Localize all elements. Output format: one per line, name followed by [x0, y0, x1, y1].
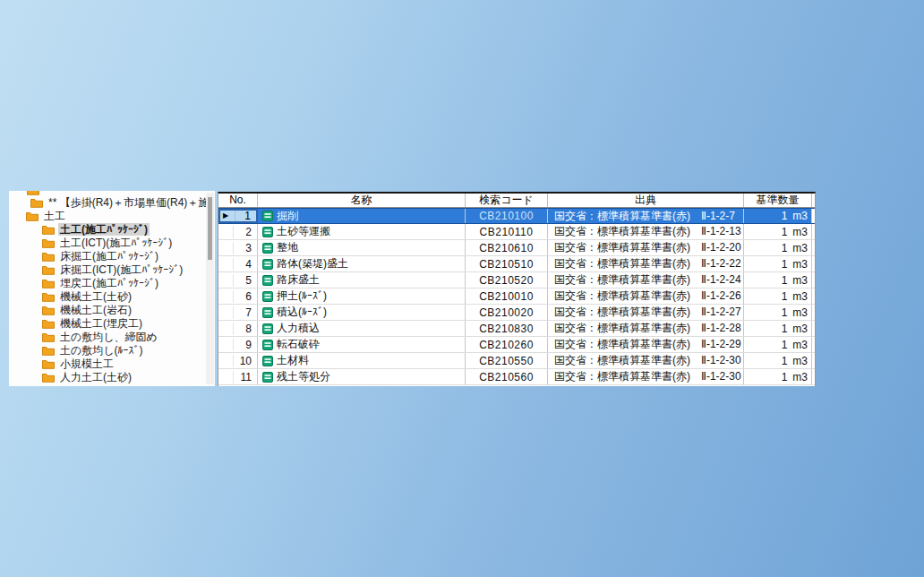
tree-item[interactable]: 機械土工(土砂)	[9, 289, 215, 303]
tree-item[interactable]: 床掘工(施工ﾊﾟｯｹｰｼﾞ)	[9, 249, 215, 263]
table-row[interactable]: ▶ 7 積込(ﾙｰｽﾞ) CB210020 国交省：標準積算基準書(赤) Ⅱ-1…	[218, 305, 815, 321]
source-cell[interactable]: 国交省：標準積算基準書(赤) Ⅱ-1-2-7	[548, 209, 744, 223]
row-number-cell[interactable]: ▶ 8	[218, 321, 258, 336]
source-cell[interactable]: 国交省：標準積算基準書(赤) Ⅱ-1-2-28	[548, 321, 744, 336]
tree-scrollbar[interactable]	[206, 193, 214, 384]
source-cell[interactable]: 国交省：標準積算基準書(赤) Ⅱ-1-2-20	[548, 240, 744, 255]
row-number: 10	[233, 355, 257, 367]
column-header-code[interactable]: 検索コード	[466, 194, 548, 207]
tree-item[interactable]: 埋戻工(施工ﾊﾟｯｹｰｼﾞ)	[9, 276, 215, 289]
table-row[interactable]: ▶ 9 転石破砕 CB210260 国交省：標準積算基準書(赤) Ⅱ-1-2-2…	[218, 337, 815, 353]
row-number: 8	[233, 323, 257, 335]
row-number-cell[interactable]: ▶ 3	[218, 240, 258, 255]
base-quantity-cell[interactable]: 1 m3	[744, 224, 812, 239]
table-row[interactable]: ▶ 11 残土等処分 CB210560 国交省：標準積算基準書(赤) Ⅱ-1-2…	[218, 369, 815, 385]
base-quantity-cell[interactable]: 1 m3	[744, 209, 812, 223]
base-quantity-cell[interactable]: 1 m3	[744, 337, 812, 352]
search-code-cell[interactable]: CB210560	[466, 369, 548, 384]
item-name-cell[interactable]: 土砂等運搬	[258, 224, 466, 239]
quantity-value: 1	[782, 339, 788, 351]
source-cell[interactable]: 国交省：標準積算基準書(赤) Ⅱ-1-2-13	[548, 224, 744, 239]
row-number-cell[interactable]: ▶ 4	[218, 256, 258, 271]
table-row[interactable]: ▶ 6 押土(ﾙｰｽﾞ) CB210010 国交省：標準積算基準書(赤) Ⅱ-1…	[218, 288, 815, 305]
tree-item[interactable]: 小規模土工	[9, 357, 215, 370]
search-code-cell[interactable]: CB210100	[466, 209, 548, 223]
item-name-cell[interactable]: 押土(ﾙｰｽﾞ)	[258, 288, 466, 304]
tree-item[interactable]: 床掘工(ICT)(施工ﾊﾟｯｹｰｼﾞ)	[9, 263, 215, 276]
item-name-cell[interactable]: 路床盛土	[258, 272, 466, 288]
tree-item[interactable]: ** 【歩掛(R4)＋市場単価(R4)＋施	[9, 195, 215, 209]
table-row[interactable]: ▶ 4 路体(築堤)盛土 CB210510 国交省：標準積算基準書(赤) Ⅱ-1…	[218, 256, 815, 272]
table-row[interactable]: ▶ 10 土材料 CB210550 国交省：標準積算基準書(赤) Ⅱ-1-2-3…	[218, 353, 815, 369]
row-number-cell[interactable]: ▶ 6	[218, 288, 258, 304]
source-cell[interactable]: 国交省：標準積算基準書(赤) Ⅱ-1-2-26	[548, 288, 744, 304]
base-quantity-cell[interactable]: 1 m3	[744, 240, 812, 255]
search-code-cell[interactable]: CB210610	[466, 240, 548, 255]
search-code-cell[interactable]: CB210520	[466, 272, 548, 288]
tree-item[interactable]: 土の敷均し(ﾙｰｽﾞ)	[9, 343, 215, 357]
search-code-cell[interactable]: CB210510	[466, 256, 548, 271]
item-name: 積込(ﾙｰｽﾞ)	[277, 305, 327, 320]
base-quantity-cell[interactable]: 1 m3	[744, 256, 812, 271]
search-code-cell[interactable]: CB210010	[466, 288, 548, 304]
tree-item[interactable]: 土工(施工ﾊﾟｯｹｰｼﾞ)	[9, 222, 215, 236]
tree-item[interactable]: 土の敷均し、締固め	[9, 330, 215, 343]
base-quantity-cell[interactable]: 1 m3	[744, 353, 812, 368]
search-code-cell[interactable]: CB210550	[466, 353, 548, 368]
base-quantity-cell[interactable]: 1 m3	[744, 321, 812, 336]
sheet-icon	[262, 227, 273, 237]
tree-item-label: 土工(施工ﾊﾟｯｹｰｼﾞ)	[58, 223, 150, 236]
item-name: 土砂等運搬	[277, 224, 330, 239]
item-name-cell[interactable]: 積込(ﾙｰｽﾞ)	[258, 305, 466, 320]
source-cell[interactable]: 国交省：標準積算基準書(赤) Ⅱ-1-2-22	[548, 256, 744, 271]
item-name-cell[interactable]: 路体(築堤)盛土	[258, 256, 466, 271]
tree-item[interactable]: 機械土工(埋戻工)	[9, 316, 215, 330]
source-cell[interactable]: 国交省：標準積算基準書(赤) Ⅱ-1-2-30	[548, 353, 744, 368]
column-header-no[interactable]: No.	[218, 194, 258, 207]
search-code-cell[interactable]: CB210260	[466, 337, 548, 352]
table-row[interactable]: ▶ 1 掘削 CB210100 国交省：標準積算基準書(赤) Ⅱ-1-2-7 1…	[218, 208, 815, 224]
column-header-quantity[interactable]: 基準数量	[744, 194, 812, 207]
row-number-cell[interactable]: ▶ 1	[218, 209, 258, 223]
search-code-cell[interactable]: CB210110	[466, 224, 548, 239]
item-name-cell[interactable]: 整地	[258, 240, 466, 255]
search-code-cell[interactable]: CB210830	[466, 321, 548, 336]
item-name-cell[interactable]: 人力積込	[258, 321, 466, 336]
item-name-cell[interactable]: 掘削	[258, 209, 466, 223]
row-number-cell[interactable]: ▶ 7	[218, 305, 258, 320]
tree-item[interactable]: 土工(ICT)(施工ﾊﾟｯｹｰｼﾞ)	[9, 236, 215, 249]
item-name-cell[interactable]: 残土等処分	[258, 369, 466, 384]
tree-item[interactable]: 土工	[9, 209, 215, 222]
table-row[interactable]: ▶ 8 人力積込 CB210830 国交省：標準積算基準書(赤) Ⅱ-1-2-2…	[218, 321, 815, 337]
source-cell[interactable]: 国交省：標準積算基準書(赤) Ⅱ-1-2-27	[548, 305, 744, 320]
table-row[interactable]: ▶ 3 整地 CB210610 国交省：標準積算基準書(赤) Ⅱ-1-2-20 …	[218, 240, 815, 256]
tree-item-label: 土の敷均し、締固め	[58, 331, 159, 343]
base-quantity-cell[interactable]: 1 m3	[744, 369, 812, 384]
quantity-unit: m3	[792, 290, 808, 303]
base-quantity-cell[interactable]: 1 m3	[744, 288, 812, 304]
tree-scrollbar-thumb[interactable]	[208, 197, 212, 260]
table-row[interactable]: ▶ 5 路床盛土 CB210520 国交省：標準積算基準書(赤) Ⅱ-1-2-2…	[218, 272, 815, 288]
tree-item[interactable]: 人力土工(土砂)	[9, 370, 215, 383]
item-name: 転石破砕	[277, 337, 320, 352]
source-cell[interactable]: 国交省：標準積算基準書(赤) Ⅱ-1-2-30	[548, 369, 744, 384]
row-number-cell[interactable]: ▶ 5	[218, 272, 258, 288]
tree-item-label: 機械土工(土砂)	[58, 290, 133, 303]
column-header-name[interactable]: 名称	[258, 194, 466, 207]
tree-item[interactable]: 機械土工(岩石)	[9, 303, 215, 316]
row-number-cell[interactable]: ▶ 10	[218, 353, 258, 368]
base-quantity-cell[interactable]: 1 m3	[744, 272, 812, 288]
item-name-cell[interactable]: 転石破砕	[258, 337, 466, 352]
row-filler-cell	[812, 240, 815, 255]
row-number-cell[interactable]: ▶ 2	[218, 224, 258, 239]
row-number-cell[interactable]: ▶ 9	[218, 337, 258, 352]
source-cell[interactable]: 国交省：標準積算基準書(赤) Ⅱ-1-2-24	[548, 272, 744, 288]
column-header-source[interactable]: 出典	[548, 194, 744, 207]
quantity-unit: m3	[792, 339, 808, 351]
base-quantity-cell[interactable]: 1 m3	[744, 305, 812, 320]
row-number-cell[interactable]: ▶ 11	[218, 369, 258, 384]
search-code-cell[interactable]: CB210020	[466, 305, 548, 320]
table-row[interactable]: ▶ 2 土砂等運搬 CB210110 国交省：標準積算基準書(赤) Ⅱ-1-2-…	[218, 224, 815, 240]
source-cell[interactable]: 国交省：標準積算基準書(赤) Ⅱ-1-2-29	[548, 337, 744, 352]
item-name-cell[interactable]: 土材料	[258, 353, 466, 368]
